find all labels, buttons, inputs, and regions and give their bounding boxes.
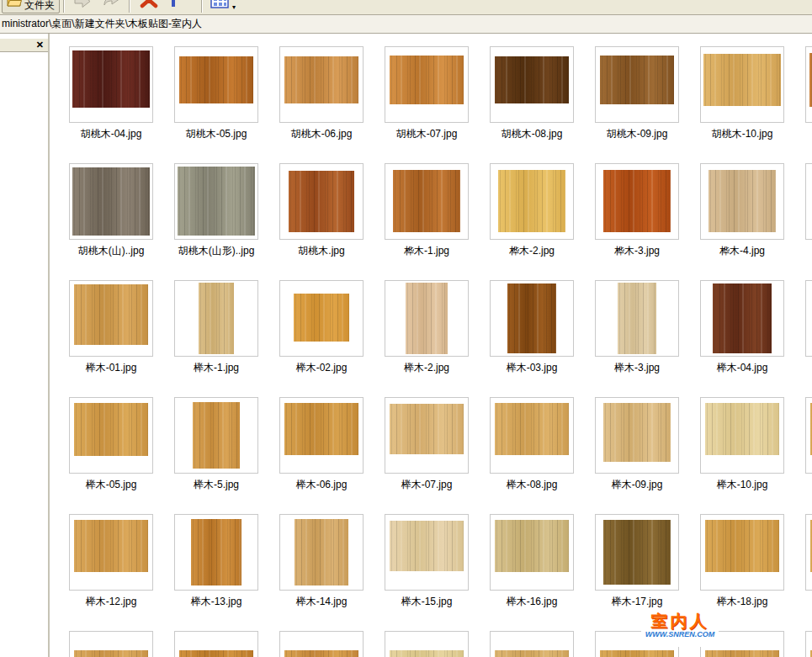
thumbnail-cell[interactable]: 榉木-06.jpg (279, 397, 385, 514)
thumbnail-cell[interactable]: 榉木-16.jpg (490, 514, 595, 631)
wood-texture-image[interactable] (603, 403, 671, 462)
wood-texture-image[interactable] (179, 56, 253, 103)
thumbnail-cell[interactable]: 胡桃木-08.jpg (490, 46, 595, 163)
wood-texture-image[interactable] (705, 520, 779, 572)
wood-texture-image[interactable] (495, 56, 569, 103)
wood-texture-image[interactable] (709, 170, 776, 232)
wood-texture-image[interactable] (193, 402, 240, 469)
thumbnail-cell[interactable]: 榉木-1.jpg (174, 280, 279, 397)
wood-texture-image[interactable] (199, 283, 234, 354)
thumbnail-cell[interactable]: 榉木-05.jpg (69, 397, 174, 514)
thumbnail-cell[interactable]: 榉木-04.jpg (700, 280, 805, 397)
thumbnail-frame (595, 163, 679, 240)
wood-texture-image[interactable] (705, 403, 779, 455)
thumbnail-cell[interactable]: 榉木-01.jpg (69, 280, 174, 397)
wood-texture-image[interactable] (495, 650, 569, 657)
thumbnail-cell[interactable] (69, 631, 174, 657)
thumbnail-cell[interactable]: 胡桃木-09.jpg (595, 46, 700, 163)
thumbnail-cell[interactable] (174, 631, 279, 657)
wood-texture-image[interactable] (507, 283, 556, 353)
wood-texture-image[interactable] (390, 650, 464, 657)
delete-button[interactable] (134, 0, 164, 13)
thumbnail-cell[interactable]: 胡桃木-07.jpg (385, 46, 490, 163)
thumbnail-cell[interactable]: 胡桃木-05.jpg (174, 46, 279, 163)
wood-texture-image[interactable] (600, 650, 674, 657)
wood-texture-image[interactable] (191, 519, 241, 585)
wood-texture-image[interactable] (390, 56, 464, 104)
forward-button[interactable] (68, 0, 97, 13)
wood-texture-image[interactable] (294, 294, 349, 342)
wood-texture-image[interactable] (603, 520, 671, 585)
wood-texture-image[interactable] (618, 283, 656, 354)
thumbnail-filename: 桦木-2.jpg (490, 244, 574, 258)
wood-texture-image[interactable] (72, 50, 150, 108)
thumbnail-cell[interactable] (805, 280, 812, 397)
thumbnail-cell[interactable]: 胡桃木(山)..jpg (69, 163, 174, 280)
thumbnail-cell[interactable] (385, 631, 490, 657)
wood-texture-image[interactable] (390, 521, 464, 571)
folders-button[interactable]: 文件夹 (2, 0, 60, 13)
wood-texture-image[interactable] (74, 520, 148, 572)
wood-texture-image[interactable] (178, 167, 255, 236)
wood-texture-image[interactable] (603, 170, 671, 232)
side-panel-header: ✕ (0, 38, 48, 52)
thumbnail-cell[interactable]: 榉木-07.jpg (385, 397, 490, 514)
wood-texture-image[interactable] (393, 170, 460, 232)
thumbnail-cell[interactable] (490, 631, 595, 657)
thumbnail-cell[interactable]: 榉木-14.jpg (279, 514, 385, 631)
thumbnail-cell[interactable]: 桦木-4.jpg (700, 163, 805, 280)
thumbnail-cell[interactable]: 榉木-13.jpg (174, 514, 279, 631)
address-bar[interactable]: ministrator\桌面\新建文件夹\木板贴图-室内人 (0, 15, 812, 34)
view-mode-button[interactable]: ▾ (206, 0, 240, 13)
redo-button[interactable] (97, 0, 125, 13)
thumbnail-cell[interactable] (805, 514, 812, 631)
wood-texture-image[interactable] (284, 403, 358, 455)
thumbnail-cell[interactable]: 榉木-09.jpg (595, 397, 700, 514)
thumbnail-cell[interactable]: 桦木-2.jpg (490, 163, 595, 280)
wood-texture-image[interactable] (703, 54, 781, 106)
thumbnail-cell[interactable]: 胡桃木(山形)..jpg (174, 163, 279, 280)
thumbnail-cell[interactable] (805, 46, 812, 163)
thumbnail-cell[interactable] (805, 631, 812, 657)
thumbnail-cell[interactable]: 榉木-2.jpg (385, 280, 490, 397)
wood-texture-image[interactable] (495, 520, 569, 572)
wood-texture-image[interactable] (600, 56, 674, 104)
wood-texture-image[interactable] (74, 284, 148, 345)
wood-texture-image[interactable] (390, 404, 464, 454)
wood-texture-image[interactable] (495, 403, 569, 455)
wood-texture-image[interactable] (289, 171, 354, 232)
thumbnail-cell[interactable]: 胡桃木.jpg (279, 163, 385, 280)
wood-texture-image[interactable] (295, 519, 348, 585)
thumbnail-cell[interactable] (279, 631, 385, 657)
wood-texture-image[interactable] (72, 167, 150, 236)
side-panel: ✕ (0, 34, 50, 657)
thumbnail-cell[interactable]: 榉木-5.jpg (174, 397, 279, 514)
thumbnail-cell[interactable]: 榉木-03.jpg (490, 280, 595, 397)
wood-texture-image[interactable] (705, 650, 779, 657)
thumbnail-cell[interactable]: 榉木-3.jpg (595, 280, 700, 397)
thumbnail-cell[interactable]: 胡桃木-04.jpg (69, 46, 174, 163)
wood-texture-image[interactable] (179, 650, 253, 657)
thumbnail-filename: 榉木-04.jpg (700, 361, 784, 375)
thumbnail-cell[interactable]: 榉木-02.jpg (279, 280, 385, 397)
thumbnail-cell[interactable]: 桦木-3.jpg (595, 163, 700, 280)
rotate-button[interactable] (164, 0, 198, 13)
close-icon[interactable]: ✕ (36, 40, 44, 50)
wood-texture-image[interactable] (284, 650, 358, 657)
thumbnail-cell[interactable]: 榉木-15.jpg (385, 514, 490, 631)
wood-texture-image[interactable] (74, 403, 148, 456)
thumbnail-filename: 桦木-3.jpg (595, 244, 679, 258)
thumbnail-cell[interactable]: 榉木-08.jpg (490, 397, 595, 514)
thumbnail-cell[interactable]: 胡桃木-10.jpg (700, 46, 805, 163)
thumbnail-cell[interactable]: 胡桃木-06.jpg (279, 46, 385, 163)
wood-texture-image[interactable] (74, 650, 148, 657)
wood-texture-image[interactable] (713, 283, 772, 353)
thumbnail-cell[interactable] (805, 163, 812, 280)
thumbnail-cell[interactable]: 榉木-12.jpg (69, 514, 174, 631)
wood-texture-image[interactable] (406, 283, 448, 354)
thumbnail-cell[interactable]: 桦木-1.jpg (385, 163, 490, 280)
thumbnail-cell[interactable]: 榉木-10.jpg (700, 397, 805, 514)
wood-texture-image[interactable] (284, 56, 358, 103)
thumbnail-cell[interactable] (805, 397, 812, 514)
wood-texture-image[interactable] (498, 170, 565, 232)
